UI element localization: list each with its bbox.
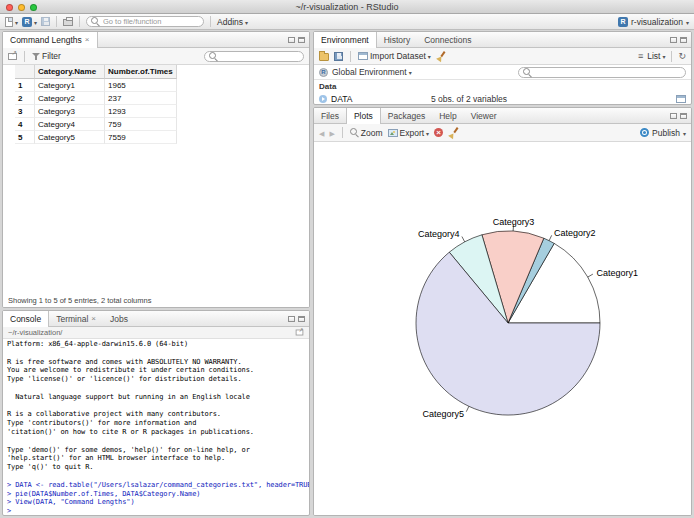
global-environment-dropdown[interactable]: Global Environment (332, 67, 412, 77)
table-row[interactable]: 2Category2237 (15, 92, 177, 105)
tab-history[interactable]: History (377, 32, 417, 47)
minimize-pane-icon[interactable] (288, 316, 295, 322)
tab-command-lengths[interactable]: Command Lengths × (3, 32, 98, 48)
console-output[interactable]: Platform: x86_64-apple-darwin15.6.0 (64-… (3, 339, 309, 515)
console-line: Natural language support but running in … (7, 393, 305, 402)
project-selector[interactable]: r-visualization (618, 17, 689, 27)
refresh-icon[interactable] (678, 51, 686, 61)
environment-search-input[interactable] (535, 68, 681, 77)
maximize-pane-icon[interactable] (298, 37, 305, 43)
list-view-button[interactable]: List (647, 51, 665, 61)
new-project-button[interactable] (22, 17, 37, 27)
previous-plot-icon[interactable] (319, 128, 324, 138)
console-line: 'help.start()' for an HTML browser inter… (7, 454, 305, 463)
row-number-header[interactable] (15, 65, 35, 79)
table-cell[interactable]: Category2 (35, 92, 105, 105)
maximize-pane-icon[interactable] (298, 316, 305, 322)
tab-jobs[interactable]: Jobs (103, 311, 135, 326)
pie-chart: Category1Category2Category3Category4Cate… (314, 142, 691, 515)
load-workspace-icon[interactable] (319, 53, 329, 61)
table-search-box[interactable] (204, 51, 304, 62)
tab-files[interactable]: Files (314, 108, 346, 123)
environment-search-box[interactable] (518, 67, 686, 78)
column-header[interactable]: Number.of.Times (105, 65, 177, 79)
zoom-button[interactable]: Zoom (350, 128, 383, 138)
minimize-pane-icon[interactable] (670, 113, 677, 119)
print-icon[interactable] (63, 19, 73, 26)
next-plot-icon[interactable] (329, 128, 334, 138)
export-button[interactable]: Export (388, 128, 430, 138)
tab-label: Files (321, 111, 339, 121)
minimize-pane-icon[interactable] (670, 37, 677, 43)
table-cell[interactable]: Category5 (35, 131, 105, 144)
plot-display-area: Category1Category2Category3Category4Cate… (314, 142, 691, 515)
table-cell[interactable]: 7559 (105, 131, 177, 144)
toolbar-separator (24, 51, 25, 62)
new-file-button[interactable] (5, 17, 18, 27)
environment-object-row[interactable]: DATA 5 obs. of 2 variables (314, 92, 691, 105)
table-row[interactable]: 3Category31293 (15, 105, 177, 118)
zoom-window-button[interactable] (30, 4, 37, 11)
table-row[interactable]: 1Category11965 (15, 79, 177, 92)
console-line: > pie(DATA$Number.of.Times, DATA$Categor… (7, 490, 305, 499)
pane-buttons (670, 108, 691, 123)
tab-environment[interactable]: Environment (314, 32, 377, 48)
publish-button[interactable]: Publish (640, 128, 686, 138)
tab-console[interactable]: Console (3, 311, 49, 327)
tab-packages[interactable]: Packages (381, 108, 432, 123)
goto-file-box[interactable] (86, 16, 204, 27)
table-row[interactable]: 5Category57559 (15, 131, 177, 144)
tab-plots[interactable]: Plots (346, 108, 381, 124)
console-line: > DATA <- read.table("/Users/lsalazar/co… (7, 481, 305, 490)
pie-label-line (466, 406, 469, 411)
clear-workspace-icon[interactable] (436, 51, 446, 62)
column-header[interactable]: Category.Name (35, 65, 105, 79)
table-row[interactable]: 4Category4759 (15, 118, 177, 131)
clear-plots-icon[interactable] (448, 127, 458, 138)
close-icon[interactable]: × (91, 315, 96, 323)
table-cell[interactable]: 1965 (105, 79, 177, 92)
tab-connections[interactable]: Connections (417, 32, 478, 47)
filter-button[interactable]: Filter (32, 51, 61, 61)
open-in-window-icon[interactable] (8, 53, 17, 60)
table-cell[interactable]: 759 (105, 118, 177, 131)
maximize-pane-icon[interactable] (680, 113, 687, 119)
rstudio-window: ~/r-visualization - RStudio Addins r-vis… (0, 0, 694, 518)
object-name: DATA (331, 94, 427, 104)
save-icon[interactable] (41, 17, 50, 26)
go-to-directory-icon[interactable] (296, 330, 304, 336)
addins-button[interactable]: Addins (217, 17, 248, 27)
save-workspace-icon[interactable] (334, 52, 343, 61)
minimize-window-button[interactable] (18, 4, 25, 11)
close-icon[interactable]: × (85, 36, 90, 44)
project-cube-icon (618, 17, 628, 27)
tab-viewer[interactable]: Viewer (464, 108, 504, 123)
new-file-icon (5, 17, 13, 27)
table-cell[interactable]: 2 (15, 92, 35, 105)
table-cell[interactable]: 1293 (105, 105, 177, 118)
expand-icon[interactable] (319, 95, 327, 103)
console-line: R is free software and comes with ABSOLU… (7, 358, 305, 367)
minimize-pane-icon[interactable] (288, 37, 295, 43)
table-header-row: Category.Name Number.of.Times (15, 65, 177, 79)
toolbar-separator (350, 51, 351, 62)
table-cell[interactable]: 3 (15, 105, 35, 118)
pie-label: Category3 (493, 217, 535, 227)
table-cell[interactable]: Category3 (35, 105, 105, 118)
table-cell[interactable]: Category1 (35, 79, 105, 92)
chevron-down-icon (409, 67, 412, 77)
close-window-button[interactable] (6, 4, 13, 11)
table-cell[interactable]: 1 (15, 79, 35, 92)
table-cell[interactable]: 237 (105, 92, 177, 105)
import-dataset-button[interactable]: Import Dataset (358, 51, 431, 61)
maximize-pane-icon[interactable] (680, 37, 687, 43)
remove-plot-icon[interactable] (434, 128, 443, 137)
table-cell[interactable]: 4 (15, 118, 35, 131)
tab-terminal[interactable]: Terminal × (49, 311, 103, 326)
goto-file-input[interactable] (103, 17, 199, 26)
tab-help[interactable]: Help (432, 108, 463, 123)
table-search-input[interactable] (221, 52, 299, 61)
table-cell[interactable]: Category4 (35, 118, 105, 131)
table-cell[interactable]: 5 (15, 131, 35, 144)
view-data-icon[interactable] (676, 95, 686, 103)
